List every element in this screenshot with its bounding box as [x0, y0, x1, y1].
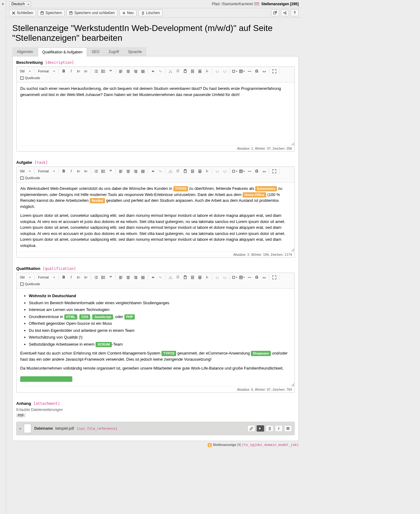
style-drop-icon[interactable]: [231, 68, 238, 75]
subscript-icon[interactable]: x2: [75, 168, 82, 175]
save-close-button[interactable]: Speichern und schließen: [66, 10, 117, 16]
superscript-icon[interactable]: x2: [82, 274, 89, 281]
tab-sprache[interactable]: Sprache: [123, 47, 146, 56]
share-button[interactable]: [281, 10, 289, 16]
undo-icon: [214, 68, 221, 75]
close-button[interactable]: Schließen: [9, 10, 36, 16]
italic-icon[interactable]: I: [67, 68, 75, 75]
maximize-icon[interactable]: [271, 274, 278, 281]
bold-icon[interactable]: B: [60, 68, 67, 75]
ol-icon[interactable]: [92, 68, 100, 75]
hr-icon[interactable]: [246, 274, 253, 281]
rte-style-drop[interactable]: Stil: [18, 168, 33, 174]
superscript-icon[interactable]: x2: [82, 168, 89, 175]
rte-body-description[interactable]: Du suchst nach einer neuen Herausforderu…: [17, 82, 294, 145]
nbsp-icon[interactable]: [260, 68, 268, 75]
link-icon[interactable]: [149, 274, 157, 281]
link-icon[interactable]: [149, 68, 157, 75]
paste-icon[interactable]: [181, 274, 189, 281]
special-char-icon[interactable]: Ω: [253, 274, 260, 281]
paste-icon[interactable]: [181, 168, 189, 175]
align-left-icon[interactable]: [117, 68, 124, 75]
open-external-button[interactable]: [271, 10, 279, 16]
remove-format-icon[interactable]: Ix: [203, 274, 211, 281]
file-delete-button[interactable]: [266, 425, 274, 432]
paste-icon[interactable]: [181, 68, 189, 75]
paste-word-icon[interactable]: [196, 168, 203, 175]
file-edit-button[interactable]: [247, 425, 255, 432]
file-info-button[interactable]: i: [275, 425, 283, 432]
align-justify-icon[interactable]: [139, 274, 146, 281]
italic-icon[interactable]: I: [67, 168, 75, 175]
remove-format-icon[interactable]: Ix: [203, 168, 211, 175]
help-button[interactable]: ?: [291, 10, 299, 16]
rte-format-drop[interactable]: Format: [36, 274, 57, 280]
delete-button[interactable]: Löschen: [138, 10, 163, 16]
ul-icon[interactable]: [100, 168, 107, 175]
nbsp-icon[interactable]: [260, 274, 268, 281]
tab-allgemein[interactable]: Allgemein: [12, 47, 38, 56]
rte-format-drop[interactable]: Format: [36, 168, 57, 174]
rte-body-task[interactable]: Als Werkstudent Web-Developer unterstütz…: [17, 182, 294, 251]
save-button[interactable]: Speichern: [38, 10, 65, 16]
style-drop-icon[interactable]: [231, 168, 238, 175]
quote-icon[interactable]: ”: [107, 168, 114, 175]
table-icon[interactable]: [238, 274, 246, 281]
rte-style-drop[interactable]: Stil: [18, 68, 33, 74]
tab-seo[interactable]: SEO: [87, 47, 104, 56]
source-button[interactable]: Quellcode: [18, 175, 42, 181]
rte-style-drop[interactable]: Stil: [18, 274, 33, 280]
ul-icon[interactable]: [100, 68, 107, 75]
ul-icon[interactable]: [100, 274, 107, 281]
new-button[interactable]: Neu: [119, 10, 137, 16]
rte-format-drop[interactable]: Format: [36, 68, 57, 74]
align-right-icon[interactable]: [132, 274, 139, 281]
hr-icon[interactable]: [246, 168, 253, 175]
file-collapse-handle[interactable]: ▸: [19, 426, 22, 431]
paste-word-icon[interactable]: [196, 68, 203, 75]
file-menu-button[interactable]: [284, 425, 292, 432]
hr-icon[interactable]: [246, 68, 253, 75]
nbsp-icon[interactable]: [260, 168, 268, 175]
superscript-icon[interactable]: x2: [82, 68, 89, 75]
align-justify-icon[interactable]: [139, 168, 146, 175]
paste-text-icon[interactable]: [189, 274, 196, 281]
bold-icon[interactable]: B: [60, 168, 67, 175]
align-right-icon[interactable]: [132, 168, 139, 175]
maximize-icon[interactable]: [271, 68, 278, 75]
quote-icon[interactable]: ”: [107, 274, 114, 281]
subscript-icon[interactable]: x2: [75, 68, 82, 75]
align-center-icon[interactable]: [124, 168, 132, 175]
source-button[interactable]: Quellcode: [18, 281, 42, 287]
bold-icon[interactable]: B: [60, 274, 67, 281]
ol-icon[interactable]: [92, 168, 100, 175]
language-select[interactable]: Deutsch: [9, 1, 31, 7]
style-drop-icon[interactable]: [231, 274, 238, 281]
source-button[interactable]: Quellcode: [18, 75, 42, 81]
special-char-icon[interactable]: Ω: [253, 168, 260, 175]
align-right-icon[interactable]: [132, 68, 139, 75]
italic-icon[interactable]: I: [67, 274, 75, 281]
align-justify-icon[interactable]: [139, 68, 146, 75]
paste-text-icon[interactable]: [189, 68, 196, 75]
rte-body-qualification[interactable]: Wohnsitz in Deutschland Studium im Berei…: [17, 289, 294, 386]
special-char-icon[interactable]: Ω: [253, 68, 260, 75]
file-toggle-button[interactable]: [256, 425, 264, 432]
remove-format-icon[interactable]: Ix: [203, 68, 211, 75]
table-icon[interactable]: [238, 68, 246, 75]
tab-zugriff[interactable]: Zugriff: [104, 47, 123, 56]
sidebar-expand[interactable]: [0, 0, 6, 453]
ol-icon[interactable]: [92, 274, 100, 281]
align-center-icon[interactable]: [124, 68, 132, 75]
align-left-icon[interactable]: [117, 274, 124, 281]
tab-qualifikation[interactable]: Qualifikation & Aufgaben: [38, 48, 87, 56]
link-icon[interactable]: [149, 168, 157, 175]
maximize-icon[interactable]: [271, 168, 278, 175]
table-icon[interactable]: [238, 168, 246, 175]
subscript-icon[interactable]: x2: [75, 274, 82, 281]
align-left-icon[interactable]: [117, 168, 124, 175]
align-center-icon[interactable]: [124, 274, 132, 281]
paste-text-icon[interactable]: [189, 168, 196, 175]
quote-icon[interactable]: ”: [107, 68, 114, 75]
paste-word-icon[interactable]: [196, 274, 203, 281]
